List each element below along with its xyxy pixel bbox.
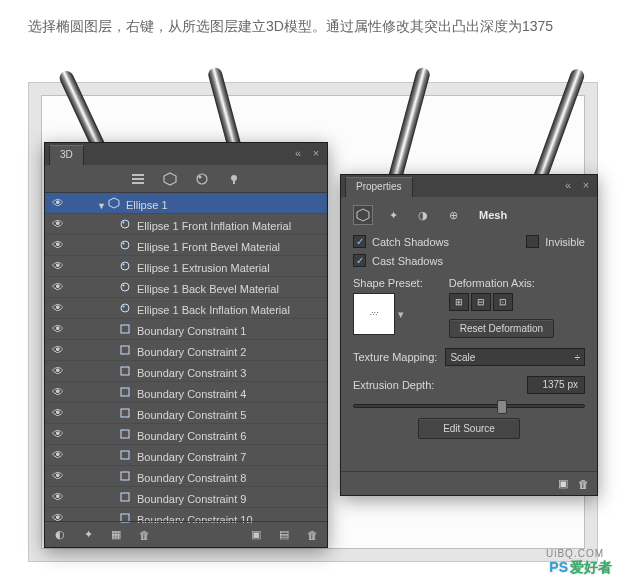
visibility-eye-icon[interactable]: 👁	[49, 469, 67, 483]
svg-point-9	[121, 241, 129, 249]
bc-icon	[117, 469, 133, 483]
def-axis-y[interactable]: ⊟	[471, 293, 491, 311]
environment-icon[interactable]: ◐	[52, 527, 68, 543]
tree-row[interactable]: 👁Ellipse 1 Back Inflation Material	[45, 298, 327, 319]
mat-icon	[117, 301, 133, 315]
extrusion-depth-slider[interactable]	[353, 404, 585, 408]
delete-icon[interactable]: 🗑	[136, 527, 152, 543]
tree-row[interactable]: 👁Boundary Constraint 2	[45, 340, 327, 361]
visibility-eye-icon[interactable]: 👁	[49, 427, 67, 441]
tree-row[interactable]: 👁Ellipse 1 Front Bevel Material	[45, 235, 327, 256]
svg-point-4	[199, 175, 202, 178]
visibility-eye-icon[interactable]: 👁	[49, 490, 67, 504]
visibility-eye-icon[interactable]: 👁	[49, 280, 67, 294]
svg-point-7	[121, 220, 129, 228]
visibility-eye-icon[interactable]: 👁	[49, 238, 67, 252]
tab-properties[interactable]: Properties	[345, 177, 413, 197]
visibility-eye-icon[interactable]: 👁	[49, 217, 67, 231]
tree-row[interactable]: 👁Boundary Constraint 9	[45, 487, 327, 508]
tree-row[interactable]: 👁Boundary Constraint 3	[45, 361, 327, 382]
texture-mapping-select[interactable]: Scale÷	[445, 348, 585, 366]
trash-icon[interactable]: 🗑	[578, 478, 589, 490]
render-icon[interactable]: ▣	[248, 527, 264, 543]
3d-rod	[387, 66, 432, 186]
tree-row[interactable]: 👁Boundary Constraint 1	[45, 319, 327, 340]
invisible-checkbox[interactable]	[526, 235, 539, 248]
visibility-eye-icon[interactable]: 👁	[49, 406, 67, 420]
def-axis-z[interactable]: ⊡	[493, 293, 513, 311]
collapse-icon[interactable]: «	[561, 178, 575, 192]
tree-item-label: Ellipse 1 Back Inflation Material	[137, 304, 290, 316]
filter-materials-icon[interactable]	[193, 170, 211, 188]
svg-rect-24	[121, 472, 129, 480]
svg-point-8	[123, 221, 125, 223]
tree-row[interactable]: 👁Boundary Constraint 8	[45, 466, 327, 487]
preset-dropdown-icon[interactable]: ▾	[398, 308, 404, 321]
tree-item-label: Ellipse 1 Front Bevel Material	[137, 241, 280, 253]
edit-source-button[interactable]: Edit Source	[418, 418, 520, 439]
tree-row[interactable]: 👁Boundary Constraint 5	[45, 403, 327, 424]
visibility-eye-icon[interactable]: 👁	[49, 322, 67, 336]
svg-rect-2	[132, 182, 144, 184]
svg-rect-19	[121, 367, 129, 375]
tree-row[interactable]: 👁Boundary Constraint 7	[45, 445, 327, 466]
bc-icon	[117, 427, 133, 441]
3d-layer-tree[interactable]: 👁▼Ellipse 1👁Ellipse 1 Front Inflation Ma…	[45, 193, 327, 523]
shape-preset-label: Shape Preset:	[353, 277, 423, 289]
tree-item-label: Boundary Constraint 3	[137, 367, 246, 379]
visibility-eye-icon[interactable]: 👁	[49, 196, 67, 210]
tab-3d[interactable]: 3D	[49, 145, 84, 165]
mesh-mode-icon[interactable]	[353, 205, 373, 225]
tree-row[interactable]: 👁▼Ellipse 1	[45, 193, 327, 214]
tree-row[interactable]: 👁Boundary Constraint 4	[45, 382, 327, 403]
render-settings-icon[interactable]: ▣	[558, 477, 568, 490]
shape-preset-thumbnail[interactable]: ∴∵	[353, 293, 395, 335]
visibility-eye-icon[interactable]: 👁	[49, 301, 67, 315]
properties-mode-icons: ✦ ◑ ⊕ Mesh	[353, 205, 585, 225]
bc-icon	[117, 406, 133, 420]
watermark-logo: PS爱好者	[549, 559, 612, 577]
svg-rect-18	[121, 346, 129, 354]
tree-row[interactable]: 👁Ellipse 1 Back Bevel Material	[45, 277, 327, 298]
visibility-eye-icon[interactable]: 👁	[49, 385, 67, 399]
panel-tabs: Properties « ×	[341, 175, 597, 197]
visibility-eye-icon[interactable]: 👁	[49, 364, 67, 378]
slider-knob[interactable]	[497, 400, 507, 414]
close-icon[interactable]: ×	[579, 178, 593, 192]
catch-shadows-label: Catch Shadows	[372, 236, 449, 248]
coords-mode-icon[interactable]: ⊕	[443, 205, 463, 225]
def-axis-x[interactable]: ⊞	[449, 293, 469, 311]
filter-lights-icon[interactable]	[225, 170, 243, 188]
tree-item-label: Ellipse 1 Extrusion Material	[137, 262, 270, 274]
tree-row[interactable]: 👁Boundary Constraint 6	[45, 424, 327, 445]
mesh-label: Mesh	[479, 209, 507, 221]
cube-icon	[106, 196, 122, 210]
tree-item-label: Ellipse 1	[126, 199, 168, 211]
extrusion-depth-label: Extrusion Depth:	[353, 379, 434, 391]
new-icon[interactable]: ▤	[276, 527, 292, 543]
cap-mode-icon[interactable]: ◑	[413, 205, 433, 225]
svg-rect-6	[233, 181, 235, 184]
close-icon[interactable]: ×	[309, 146, 323, 160]
visibility-eye-icon[interactable]: 👁	[49, 448, 67, 462]
tree-row[interactable]: 👁Ellipse 1 Extrusion Material	[45, 256, 327, 277]
bc-icon	[117, 448, 133, 462]
filter-meshes-icon[interactable]	[161, 170, 179, 188]
deformation-axis-label: Deformation Axis:	[449, 277, 554, 289]
svg-point-3	[197, 174, 207, 184]
collapse-icon[interactable]: «	[291, 146, 305, 160]
new-mesh-icon[interactable]: ▦	[108, 527, 124, 543]
extrusion-depth-field[interactable]: 1375 px	[527, 376, 585, 394]
cast-shadows-checkbox[interactable]	[353, 254, 366, 267]
twisty-icon[interactable]: ▼	[97, 201, 106, 211]
catch-shadows-checkbox[interactable]	[353, 235, 366, 248]
visibility-eye-icon[interactable]: 👁	[49, 259, 67, 273]
trash-icon[interactable]: 🗑	[304, 527, 320, 543]
filter-scene-icon[interactable]	[129, 170, 147, 188]
visibility-eye-icon[interactable]: 👁	[49, 343, 67, 357]
deform-mode-icon[interactable]: ✦	[383, 205, 403, 225]
reset-deformation-button[interactable]: Reset Deformation	[449, 319, 554, 338]
tree-row[interactable]: 👁Ellipse 1 Front Inflation Material	[45, 214, 327, 235]
tree-item-label: Boundary Constraint 8	[137, 472, 246, 484]
new-light-icon[interactable]: ✦	[80, 527, 96, 543]
